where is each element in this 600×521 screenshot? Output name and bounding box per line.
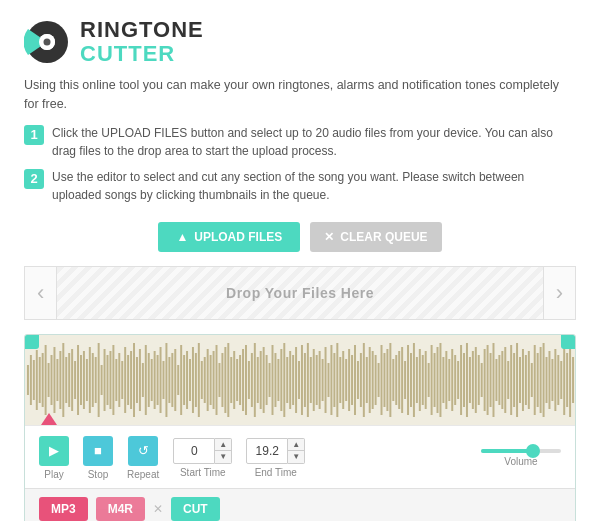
svg-rect-143 (431, 345, 433, 415)
editor-container: // Generated inline as static SVG conten… (24, 334, 576, 521)
svg-rect-176 (528, 351, 530, 409)
start-time-down-button[interactable]: ▼ (215, 451, 231, 463)
svg-rect-187 (560, 361, 562, 399)
svg-rect-64 (198, 343, 200, 417)
instruction-text-1: Click the UPLOAD FILES button and select… (52, 124, 576, 160)
svg-rect-47 (148, 353, 150, 407)
play-control[interactable]: ▶ Play (39, 436, 69, 480)
svg-rect-113 (342, 351, 344, 409)
mp3-format-button[interactable]: MP3 (39, 497, 88, 521)
svg-rect-72 (221, 353, 223, 407)
svg-rect-75 (230, 357, 232, 403)
svg-rect-153 (460, 345, 462, 415)
svg-rect-81 (248, 361, 250, 399)
waveform-handle-tl[interactable] (25, 335, 39, 349)
upload-files-button[interactable]: ▲ UPLOAD FILES (158, 222, 300, 252)
svg-rect-7 (30, 355, 32, 405)
svg-rect-188 (563, 345, 565, 415)
svg-rect-116 (351, 355, 353, 405)
stop-button[interactable]: ■ (83, 436, 113, 466)
svg-rect-33 (107, 355, 109, 405)
svg-rect-110 (333, 353, 335, 407)
svg-rect-48 (151, 359, 153, 401)
volume-slider-track[interactable] (481, 449, 561, 453)
svg-rect-74 (227, 343, 229, 417)
svg-rect-10 (39, 357, 41, 403)
end-time-input-row: ▲ ▼ (246, 438, 305, 464)
svg-rect-14 (51, 355, 53, 405)
svg-rect-156 (469, 357, 471, 403)
svg-rect-126 (381, 345, 383, 415)
svg-rect-104 (316, 355, 318, 405)
instruction-num-2: 2 (24, 169, 44, 189)
svg-rect-92 (280, 349, 282, 411)
waveform-handle-tr[interactable] (561, 335, 575, 349)
svg-rect-90 (274, 353, 276, 407)
svg-rect-51 (160, 347, 162, 413)
svg-rect-171 (513, 353, 515, 407)
svg-rect-145 (437, 347, 439, 413)
svg-rect-119 (360, 353, 362, 407)
play-button[interactable]: ▶ (39, 436, 69, 466)
svg-rect-172 (516, 343, 518, 417)
svg-rect-112 (339, 357, 341, 403)
clear-icon: ✕ (324, 230, 334, 244)
svg-rect-39 (124, 347, 126, 413)
svg-rect-124 (375, 355, 377, 405)
end-time-label: End Time (255, 467, 297, 478)
svg-rect-107 (325, 347, 327, 413)
drop-zone-container: ‹ Drop Your Files Here › (24, 266, 576, 320)
repeat-button[interactable]: ↺ (128, 436, 158, 466)
left-arrow-button[interactable]: ‹ (25, 280, 56, 306)
svg-rect-125 (378, 363, 380, 397)
svg-rect-146 (439, 343, 441, 417)
svg-rect-106 (322, 359, 324, 401)
svg-rect-38 (121, 361, 123, 399)
svg-rect-37 (118, 353, 120, 407)
format-divider: ✕ (153, 502, 163, 516)
svg-rect-178 (534, 345, 536, 415)
volume-group: Volume (481, 449, 561, 467)
svg-rect-120 (363, 343, 365, 417)
start-time-input[interactable] (173, 438, 215, 464)
svg-rect-166 (498, 355, 500, 405)
svg-rect-46 (145, 345, 147, 415)
svg-rect-134 (404, 361, 406, 399)
svg-rect-13 (48, 363, 50, 397)
waveform-area[interactable]: // Generated inline as static SVG conten… (25, 335, 575, 425)
right-arrow-button[interactable]: › (544, 280, 575, 306)
svg-rect-27 (89, 347, 91, 413)
svg-rect-141 (425, 351, 427, 409)
start-time-up-button[interactable]: ▲ (215, 439, 231, 451)
drop-zone[interactable]: Drop Your Files Here (56, 267, 543, 319)
instruction-item-2: 2 Use the editor to select and cut any s… (24, 168, 576, 204)
stop-label: Stop (88, 469, 109, 480)
clear-queue-button[interactable]: ✕ CLEAR QUEUE (310, 222, 441, 252)
svg-rect-9 (36, 350, 38, 410)
svg-rect-148 (445, 351, 447, 409)
upload-icon: ▲ (176, 230, 188, 244)
svg-rect-165 (495, 359, 497, 401)
volume-slider-thumb[interactable] (526, 444, 540, 458)
svg-rect-185 (554, 349, 556, 411)
svg-rect-161 (484, 349, 486, 411)
end-time-up-button[interactable]: ▲ (288, 439, 304, 451)
svg-rect-139 (419, 349, 421, 411)
svg-rect-79 (242, 349, 244, 411)
svg-rect-98 (298, 361, 300, 399)
svg-rect-67 (207, 349, 209, 411)
repeat-control[interactable]: ↺ Repeat (127, 436, 159, 480)
cut-button[interactable]: CUT (171, 497, 220, 521)
svg-rect-189 (566, 353, 568, 407)
waveform-start-marker[interactable] (41, 413, 57, 425)
svg-rect-29 (95, 357, 97, 403)
stop-control[interactable]: ■ Stop (83, 436, 113, 480)
m4r-format-button[interactable]: M4R (96, 497, 145, 521)
end-time-down-button[interactable]: ▼ (288, 451, 304, 463)
svg-rect-150 (451, 349, 453, 411)
svg-rect-11 (42, 353, 44, 407)
logo-cutter: CUTTER (80, 42, 204, 66)
end-time-input[interactable] (246, 438, 288, 464)
svg-rect-96 (292, 355, 294, 405)
svg-rect-31 (101, 365, 103, 395)
